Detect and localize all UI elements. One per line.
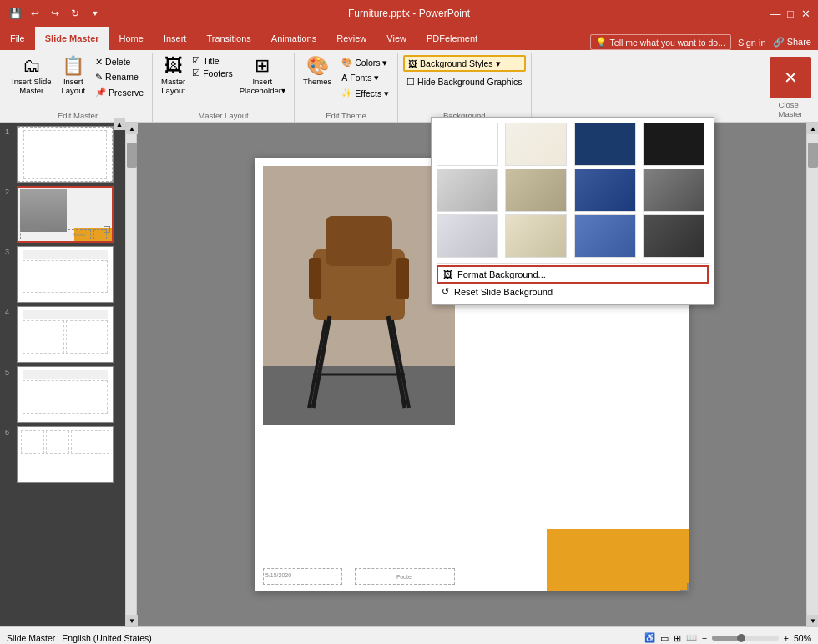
right-scrollbar[interactable]: ▲ ▼ xyxy=(806,123,818,626)
tab-transitions[interactable]: Transitions xyxy=(196,27,260,50)
bg-style-7[interactable] xyxy=(574,169,636,212)
slide-thumb-6[interactable]: 6 xyxy=(17,426,122,483)
slide-thumb-2[interactable]: 2 Footer xyxy=(17,186,122,243)
slide-panel: ▲ 1 2 Footer 3 xyxy=(0,123,125,626)
footers-checkbox[interactable]: ☑ xyxy=(192,68,200,78)
delete-icon: ✕ xyxy=(95,57,103,67)
thumb-4-col1 xyxy=(23,320,64,354)
reading-view-icon[interactable]: 📖 xyxy=(686,632,697,643)
format-background-button[interactable]: 🖼 Format Background... xyxy=(437,265,709,284)
zoom-slider-thumb[interactable] xyxy=(737,634,745,642)
thumb-image-area xyxy=(20,189,67,232)
bg-style-12[interactable] xyxy=(643,214,704,258)
date-placeholder: 5/15/2020 xyxy=(263,568,342,585)
thumb-6-box3 xyxy=(71,430,109,454)
slide-thumb-5[interactable]: 5 xyxy=(17,366,122,423)
tab-slide-master[interactable]: Slide Master xyxy=(35,27,109,50)
bg-style-1[interactable] xyxy=(437,123,498,166)
tab-pdfelement[interactable]: PDFelement xyxy=(417,27,487,50)
tab-animations[interactable]: Animations xyxy=(261,27,326,50)
bg-style-5[interactable] xyxy=(437,169,498,212)
ribbon-group-master-layout: 🖼 MasterLayout ☑ Title ☑ Footers ⊞ Inser… xyxy=(153,53,295,122)
title-checkbox[interactable]: ☑ xyxy=(192,55,200,66)
bg-style-2[interactable] xyxy=(505,123,567,166)
thumb-4-cols xyxy=(23,320,109,354)
fonts-button[interactable]: A Fonts ▾ xyxy=(338,71,392,84)
master-layout-button[interactable]: 🖼 MasterLayout xyxy=(158,55,189,97)
bg-style-6[interactable] xyxy=(505,169,567,212)
resize-handle[interactable] xyxy=(680,583,689,591)
scroll-up-button[interactable]: ▲ xyxy=(126,123,138,134)
normal-view-icon[interactable]: ▭ xyxy=(660,633,669,643)
edit-theme-content: 🎨 Themes 🎨 Colors ▾ A Fonts ▾ ✨ Effects … xyxy=(300,55,392,109)
save-icon[interactable]: 💾 xyxy=(7,5,23,22)
repeat-icon[interactable]: ↻ xyxy=(67,5,83,22)
delete-button[interactable]: ✕ Delete xyxy=(92,55,147,68)
background-styles-button[interactable]: 🖼 Background Styles ▾ xyxy=(403,55,525,72)
bg-style-4[interactable] xyxy=(643,123,704,166)
zoom-out-button[interactable]: − xyxy=(702,633,707,643)
insert-slide-master-button[interactable]: 🗂 Insert SlideMaster xyxy=(8,55,55,97)
slide-thumb-inner-4 xyxy=(17,306,114,363)
hide-background-button[interactable]: ☐ Hide Background Graphics xyxy=(403,75,525,88)
zoom-slider[interactable] xyxy=(712,636,779,641)
tab-insert[interactable]: Insert xyxy=(154,27,197,50)
scroll-down-button[interactable]: ▼ xyxy=(126,615,138,626)
insert-layout-button[interactable]: 📋 InsertLayout xyxy=(58,55,89,97)
bg-style-11[interactable] xyxy=(574,214,636,258)
share-button[interactable]: 🔗 Share xyxy=(773,37,811,48)
preserve-label: Preserve xyxy=(109,88,144,98)
redo-icon[interactable]: ↪ xyxy=(47,5,63,22)
customize-qat-icon[interactable]: ▼ xyxy=(87,5,104,22)
fonts-icon: A xyxy=(341,73,347,83)
slide-thumb-3[interactable]: 3 xyxy=(17,246,122,303)
bg-style-3[interactable] xyxy=(574,123,636,166)
slide-thumb-1[interactable]: 1 xyxy=(17,126,122,183)
theme-options: 🎨 Colors ▾ A Fonts ▾ ✨ Effects ▾ xyxy=(338,55,392,100)
bg-style-8[interactable] xyxy=(643,169,704,212)
right-scroll-down[interactable]: ▼ xyxy=(807,615,818,626)
title-bar: 💾 ↩ ↪ ↻ ▼ Furniture.pptx - PowerPoint — … xyxy=(0,0,818,27)
bg-style-9[interactable] xyxy=(437,214,498,258)
tab-view[interactable]: View xyxy=(376,27,417,50)
slide-sorter-icon[interactable]: ⊞ xyxy=(674,633,681,643)
accessibility-icon[interactable]: ♿ xyxy=(644,632,655,643)
maximize-button[interactable]: □ xyxy=(785,8,796,19)
ribbon-group-edit-master: 🗂 Insert SlideMaster 📋 InsertLayout ✕ De… xyxy=(3,53,153,122)
slide-thumb-inner-1 xyxy=(17,126,114,183)
right-scroll-thumb[interactable] xyxy=(808,143,818,168)
orange-bar xyxy=(547,529,689,591)
minimize-button[interactable]: — xyxy=(770,8,781,19)
insert-slide-master-icon: 🗂 xyxy=(23,57,41,75)
tell-me-box[interactable]: 💡 Tell me what you want to do... xyxy=(590,34,731,50)
slide-panel-scrollbar[interactable]: ▲ ▼ xyxy=(125,123,137,626)
tab-home[interactable]: Home xyxy=(109,27,154,50)
themes-icon: 🎨 xyxy=(306,57,329,75)
insert-placeholder-button[interactable]: ⊞ InsertPlaceholder▾ xyxy=(236,55,289,97)
undo-icon[interactable]: ↩ xyxy=(27,5,43,22)
bg-style-10[interactable] xyxy=(505,214,567,258)
effects-button[interactable]: ✨ Effects ▾ xyxy=(338,86,392,100)
close-master-button[interactable]: ✕ xyxy=(770,57,811,98)
reset-slide-background-button[interactable]: ↺ Reset Slide Background xyxy=(437,284,709,299)
slide-thumb-4[interactable]: 4 xyxy=(17,306,122,363)
scroll-thumb[interactable] xyxy=(127,143,137,168)
right-scroll-up[interactable]: ▲ xyxy=(807,123,818,134)
colors-button[interactable]: 🎨 Colors ▾ xyxy=(338,55,392,69)
preserve-button[interactable]: 📌 Preserve xyxy=(92,85,147,99)
delete-label: Delete xyxy=(105,57,130,67)
thumb-6-box1 xyxy=(21,430,44,454)
tab-review[interactable]: Review xyxy=(326,27,376,50)
rename-button[interactable]: ✎ Rename xyxy=(92,70,147,83)
title-checkbox-row[interactable]: ☑ Title xyxy=(192,55,233,66)
insert-slide-master-label: Insert SlideMaster xyxy=(12,77,52,95)
preserve-icon: 📌 xyxy=(95,87,106,98)
close-button[interactable]: ✕ xyxy=(800,8,811,19)
themes-button[interactable]: 🎨 Themes xyxy=(300,55,335,88)
sign-in-button[interactable]: Sign in xyxy=(738,38,766,48)
bg-divider xyxy=(437,263,709,264)
footers-checkbox-row[interactable]: ☑ Footers xyxy=(192,68,233,78)
tab-file[interactable]: File xyxy=(0,27,35,50)
zoom-in-button[interactable]: + xyxy=(784,633,789,643)
zoom-level[interactable]: 50% xyxy=(794,633,811,643)
